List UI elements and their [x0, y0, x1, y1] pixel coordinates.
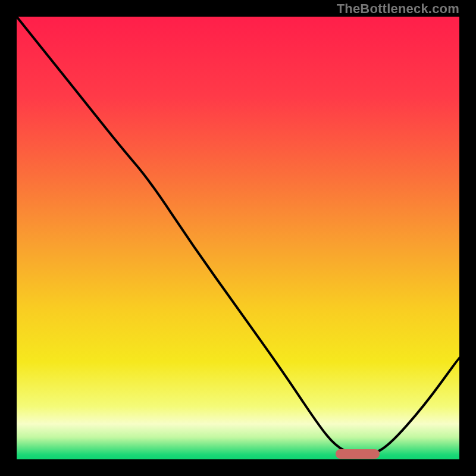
watermark-text: TheBottleneck.com — [337, 1, 459, 17]
curve-layer — [17, 17, 459, 459]
optimal-range-marker — [336, 449, 380, 459]
plot-area — [17, 17, 459, 459]
bottleneck-curve — [17, 17, 459, 455]
chart-container: TheBottleneck.com — [0, 0, 476, 476]
